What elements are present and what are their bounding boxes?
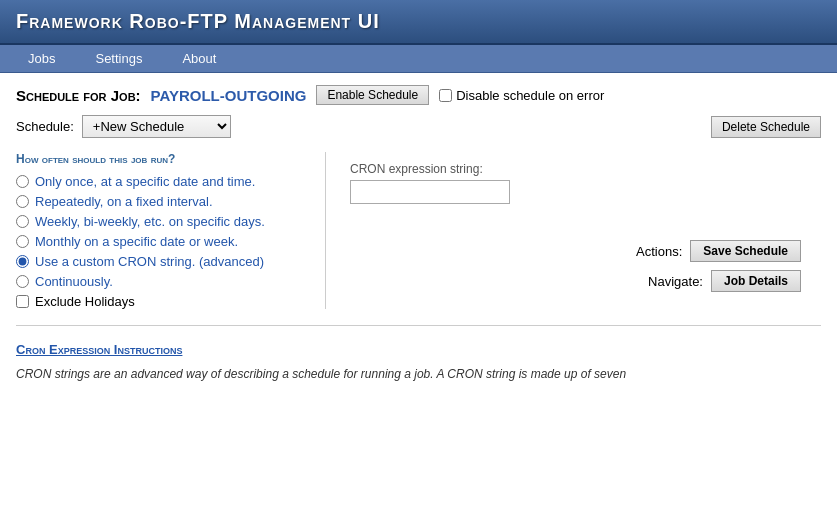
app-header: Framework Robo-FTP Management UI: [0, 0, 837, 45]
radio-continuously-label: Continuously.: [35, 274, 113, 289]
schedule-heading-label: Schedule for Job:: [16, 87, 141, 104]
left-panel: How often should this job run? Only once…: [16, 152, 326, 309]
nav-bar: Jobs Settings About: [0, 45, 837, 73]
nav-tab-jobs[interactable]: Jobs: [8, 45, 75, 72]
actions-label: Actions:: [636, 244, 682, 259]
radio-continuously-input[interactable]: [16, 275, 29, 288]
radio-once-label: Only once, at a specific date and time.: [35, 174, 255, 189]
save-schedule-button[interactable]: Save Schedule: [690, 240, 801, 262]
radio-monthly[interactable]: Monthly on a specific date or week.: [16, 234, 309, 249]
content-row: How often should this job run? Only once…: [16, 152, 821, 309]
radio-cron-label: Use a custom CRON string. (advanced): [35, 254, 264, 269]
delete-schedule-button[interactable]: Delete Schedule: [711, 116, 821, 138]
section-divider: [16, 325, 821, 326]
radio-monthly-input[interactable]: [16, 235, 29, 248]
radio-weekly[interactable]: Weekly, bi-weekly, etc. on specific days…: [16, 214, 309, 229]
main-content: Schedule for Job: PAYROLL-OUTGOING Enabl…: [0, 73, 837, 395]
cron-expression-input[interactable]: [350, 180, 510, 204]
radio-cron-input[interactable]: [16, 255, 29, 268]
right-panel: CRON expression string: Actions: Save Sc…: [326, 152, 821, 309]
exclude-holidays-option[interactable]: Exclude Holidays: [16, 294, 309, 309]
schedule-row-left: Schedule: +New Schedule Existing Schedul…: [16, 115, 231, 138]
radio-continuously[interactable]: Continuously.: [16, 274, 309, 289]
radio-repeatedly[interactable]: Repeatedly, on a fixed interval.: [16, 194, 309, 209]
radio-cron[interactable]: Use a custom CRON string. (advanced): [16, 254, 309, 269]
cron-expression-label: CRON expression string:: [350, 162, 821, 176]
enable-schedule-button[interactable]: Enable Schedule: [316, 85, 429, 105]
schedule-header: Schedule for Job: PAYROLL-OUTGOING Enabl…: [16, 85, 821, 105]
actions-section: Actions: Save Schedule Navigate: Job Det…: [350, 240, 821, 300]
cron-description-text: are an advanced way of describing a sche…: [93, 367, 626, 381]
job-name-label: PAYROLL-OUTGOING: [151, 87, 307, 104]
save-action-row: Actions: Save Schedule: [350, 240, 821, 262]
nav-tab-about[interactable]: About: [162, 45, 236, 72]
app-title: Framework Robo-FTP Management UI: [16, 10, 380, 32]
frequency-heading: How often should this job run?: [16, 152, 309, 166]
disable-on-error-checkbox[interactable]: [439, 89, 452, 102]
cron-description: CRON strings are an advanced way of desc…: [16, 365, 821, 383]
schedule-label: Schedule:: [16, 119, 74, 134]
radio-monthly-label: Monthly on a specific date or week.: [35, 234, 238, 249]
cron-instructions-heading[interactable]: Cron Expression Instructions: [16, 342, 821, 357]
exclude-holidays-label: Exclude Holidays: [35, 294, 135, 309]
exclude-holidays-checkbox[interactable]: [16, 295, 29, 308]
disable-on-error-label[interactable]: Disable schedule on error: [439, 88, 604, 103]
radio-weekly-input[interactable]: [16, 215, 29, 228]
nav-tab-settings[interactable]: Settings: [75, 45, 162, 72]
cron-strings-italic: CRON strings: [16, 367, 90, 381]
radio-weekly-label: Weekly, bi-weekly, etc. on specific days…: [35, 214, 265, 229]
radio-once-input[interactable]: [16, 175, 29, 188]
schedule-select-row: Schedule: +New Schedule Existing Schedul…: [16, 115, 821, 138]
radio-repeatedly-input[interactable]: [16, 195, 29, 208]
radio-repeatedly-label: Repeatedly, on a fixed interval.: [35, 194, 213, 209]
schedule-select[interactable]: +New Schedule Existing Schedule 1 Existi…: [82, 115, 231, 138]
disable-on-error-text: Disable schedule on error: [456, 88, 604, 103]
radio-once[interactable]: Only once, at a specific date and time.: [16, 174, 309, 189]
job-details-button[interactable]: Job Details: [711, 270, 801, 292]
cron-section: CRON expression string:: [350, 162, 821, 204]
navigate-action-row: Navigate: Job Details: [350, 270, 821, 292]
navigate-label: Navigate:: [648, 274, 703, 289]
